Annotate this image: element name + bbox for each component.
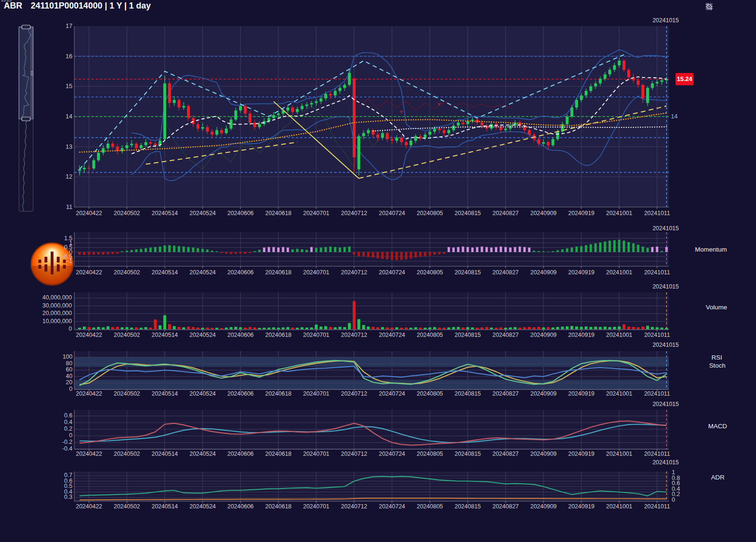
macd-panel-label: MACD [708, 423, 727, 430]
range-navigator[interactable] [19, 25, 33, 211]
date-tick-label: 20240514 [145, 390, 185, 397]
rsi-y-tick-label: 40 [53, 373, 72, 379]
rsi-y-tick-label: 80 [53, 360, 72, 367]
right-axis-level-label: 14 [671, 113, 677, 120]
macd-y-tick-label: -0.2 [51, 439, 72, 445]
volume-y-tick-label: 40,000,000 [20, 294, 72, 301]
date-tick-label: 20240618 [258, 210, 298, 217]
date-tick-label: 20240422 [69, 451, 109, 457]
date-tick-label: 20240805 [410, 390, 450, 397]
date-tick-label: 20240422 [69, 210, 109, 217]
date-tick-label: 20240724 [372, 332, 412, 338]
momentum-y-tick-label: -1 [56, 258, 72, 264]
macd-y-tick-label: 0.6 [51, 412, 72, 419]
date-tick-label: 20240514 [145, 503, 185, 510]
volume-panel-label: Volume [706, 304, 727, 311]
date-tick-label: 20240724 [372, 210, 412, 217]
volume-chart[interactable] [74, 292, 669, 332]
main-y-tick-label: 17 [56, 22, 72, 29]
date-tick-label: 20240919 [561, 210, 601, 217]
date-tick-label: 20240712 [334, 451, 374, 457]
date-tick-label: 20240606 [221, 390, 260, 397]
momentum-panel-label: Momentum [695, 246, 727, 253]
navigator-handle-top[interactable] [22, 25, 30, 29]
date-tick-label: 20240805 [410, 269, 450, 276]
date-tick-label: 20240502 [107, 332, 147, 338]
date-tick-label: 20241011 [637, 269, 677, 276]
date-tick-label: 20240712 [334, 269, 374, 276]
date-tick-label: 20240502 [107, 503, 147, 510]
date-tick-label: 20241001 [599, 503, 639, 510]
date-tick-label: 20240606 [221, 269, 260, 276]
date-tick-label: 20240618 [258, 503, 298, 510]
date-tick-label: 20240919 [561, 503, 601, 510]
date-tick-label: 20240701 [296, 390, 336, 397]
date-tick-label: 20240919 [561, 332, 601, 338]
date-tick-label: 20240618 [258, 332, 298, 338]
main-y-tick-label: 13 [56, 143, 72, 150]
main-y-tick-label: 11 [56, 203, 72, 210]
date-tick-label: 20240815 [448, 390, 488, 397]
date-tick-label: 20240712 [334, 390, 374, 397]
date-tick-label: 20240815 [448, 451, 488, 457]
date-tick-label: 20241011 [637, 503, 677, 510]
momentum-chart[interactable] [74, 232, 669, 268]
main-y-tick-label: 15 [56, 82, 72, 90]
date-tick-label: 20241001 [599, 210, 639, 217]
main-y-tick-label: 12 [56, 173, 72, 180]
date-tick-label: 20240805 [410, 451, 450, 457]
date-tick-label: 20240827 [486, 390, 525, 397]
date-tick-label: 20240909 [524, 390, 563, 397]
volume-y-tick-label: 30,000,000 [20, 302, 72, 309]
date-tick-label: 20240524 [183, 503, 222, 510]
last-price-badge: 15.24 [676, 73, 694, 85]
volume-y-tick-label: 0 [20, 325, 72, 332]
date-tick-label: 20240618 [258, 451, 298, 457]
rsi-y-tick-label: 100 [53, 353, 72, 360]
date-tick-label: 20240724 [372, 390, 412, 397]
date-tick-label: 20240524 [183, 210, 222, 217]
current-date-label-volume: 20241015 [639, 283, 679, 290]
date-tick-label: 20241011 [637, 332, 677, 338]
current-date-label-adr: 20241015 [639, 459, 679, 466]
date-tick-label: 20240827 [486, 269, 525, 276]
navigator-scrollbar[interactable] [30, 27, 33, 118]
date-tick-label: 20240524 [183, 390, 222, 397]
date-tick-label: 20240815 [448, 332, 488, 338]
date-tick-label: 20240502 [107, 390, 147, 397]
date-tick-label: 20241001 [599, 390, 639, 397]
date-tick-label: 20240422 [69, 269, 109, 276]
date-tick-label: 20240514 [145, 269, 185, 276]
navigator-handle-bottom[interactable] [22, 117, 30, 121]
date-tick-label: 20240815 [448, 269, 488, 276]
date-tick-label: 20240701 [296, 332, 336, 338]
adr-panel-label: ADR [711, 474, 725, 481]
date-tick-label: 20240524 [183, 332, 222, 338]
date-tick-label: 20240805 [410, 332, 450, 338]
date-tick-label: 20240815 [448, 210, 488, 217]
date-tick-label: 20241001 [599, 332, 639, 338]
adr-chart[interactable] [74, 471, 669, 503]
volume-y-tick-label: 10,000,000 [20, 318, 72, 325]
rsi-y-tick-label: 60 [53, 366, 72, 373]
date-tick-label: 20240502 [107, 451, 147, 457]
date-tick-label: 20240618 [258, 269, 298, 276]
date-tick-label: 20240618 [258, 390, 298, 397]
date-tick-label: 20240502 [107, 269, 147, 276]
main-chart[interactable] [74, 26, 669, 209]
rsi-stoch-chart[interactable] [74, 351, 669, 391]
date-tick-label: 20240827 [486, 332, 525, 338]
rsi-panel-label: RSI [712, 354, 722, 361]
date-tick-label: 20240502 [107, 210, 147, 217]
current-date-label-main: 20241015 [639, 17, 679, 24]
volume-y-tick-label: 20,000,000 [20, 310, 72, 316]
date-tick-label: 20240606 [221, 451, 260, 457]
date-tick-label: 20240422 [69, 390, 109, 397]
date-tick-label: 20240827 [486, 503, 525, 510]
current-date-label-rsi: 20241015 [639, 342, 679, 348]
date-tick-label: 20240701 [296, 269, 336, 276]
date-tick-label: 20240422 [69, 332, 109, 338]
macd-chart[interactable] [74, 410, 669, 451]
date-tick-label: 20240724 [372, 269, 412, 276]
chart-application: 15.25 ABR241101P00014000 | 1 Y | 1 day 1… [0, 0, 756, 542]
